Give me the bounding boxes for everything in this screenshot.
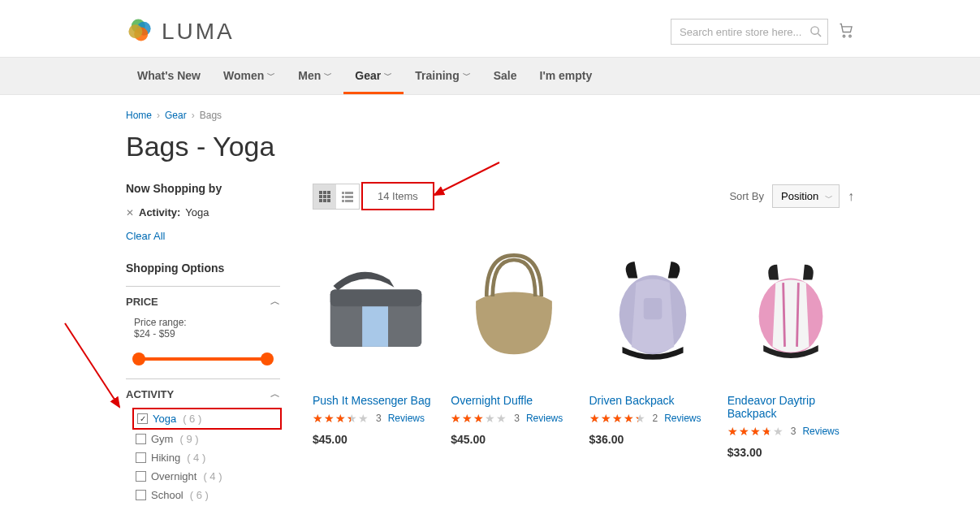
svg-rect-14	[323, 195, 326, 198]
breadcrumb-separator: ›	[157, 110, 160, 121]
price-range-label: Price range:	[134, 317, 280, 328]
brand-name: LUMA	[162, 19, 235, 45]
applied-filter: ✕ Activity: Yoga	[126, 206, 280, 218]
checkbox-icon	[136, 471, 146, 482]
view-switcher	[313, 184, 360, 210]
checkbox-icon	[136, 490, 146, 500]
svg-rect-11	[323, 191, 326, 194]
nav-item-label: Sale	[494, 69, 517, 82]
activity-filter-yoga[interactable]: Yoga( 6 )	[132, 408, 282, 430]
activity-filter-school[interactable]: School( 6 )	[134, 486, 280, 504]
search-input[interactable]	[671, 19, 828, 45]
product-card[interactable]: Push It Messenger Bag★★★★★★★★★★3Reviews$…	[313, 231, 439, 459]
review-count: 3	[514, 413, 520, 424]
filter-price: PRICE ︿ Price range: $24 - $59	[126, 286, 280, 378]
svg-point-3	[128, 24, 142, 38]
activity-filter-count: ( 6 )	[183, 413, 201, 425]
checkbox-icon	[137, 413, 148, 424]
nav-item-label: Women	[223, 69, 264, 82]
luma-logo-icon	[126, 16, 153, 47]
star-rating-icon: ★★★★★★★★★★	[589, 412, 646, 425]
product-rating: ★★★★★★★★★★3Reviews	[451, 412, 577, 425]
nav-item-label: Gear	[355, 69, 381, 82]
cart-icon[interactable]	[838, 22, 854, 41]
remove-filter-icon[interactable]: ✕	[126, 207, 134, 218]
activity-filter-gym[interactable]: Gym( 9 )	[134, 430, 280, 448]
svg-rect-17	[323, 199, 326, 202]
price-range-value: $24 - $59	[134, 328, 175, 339]
reviews-link[interactable]: Reviews	[526, 413, 563, 424]
clear-all-link[interactable]: Clear All	[126, 230, 280, 242]
price-slider[interactable]	[137, 349, 269, 369]
activity-filter-overnight[interactable]: Overnight( 4 )	[134, 467, 280, 486]
item-count: 14 Items	[361, 182, 434, 210]
logo[interactable]: LUMA	[126, 16, 235, 47]
activity-filter-hiking[interactable]: Hiking( 4 )	[134, 448, 280, 467]
nav-item-men[interactable]: Men﹀	[287, 58, 343, 94]
activity-filter-name: Yoga	[153, 413, 176, 425]
product-listing: 14 Items Sort By Position ﹀ ↑ Push It Me…	[296, 182, 854, 506]
header: LUMA	[0, 0, 980, 57]
nav-item-women[interactable]: Women﹀	[212, 58, 287, 94]
search-box	[671, 19, 828, 45]
breadcrumb-link[interactable]: Home	[126, 110, 152, 121]
applied-filter-value: Yoga	[185, 206, 209, 218]
review-count: 3	[791, 426, 797, 437]
slider-handle-min[interactable]	[132, 352, 145, 365]
product-price: $45.00	[313, 433, 439, 446]
view-grid-button[interactable]	[313, 184, 336, 209]
product-name[interactable]: Push It Messenger Bag	[313, 394, 439, 407]
filter-activity-toggle[interactable]: ACTIVITY ︿	[126, 387, 280, 401]
slider-handle-max[interactable]	[261, 352, 274, 365]
product-name[interactable]: Endeavor Daytrip Backpack	[727, 394, 854, 420]
activity-filter-name: School	[151, 489, 183, 501]
filter-price-toggle[interactable]: PRICE ︿	[126, 295, 280, 309]
svg-rect-12	[327, 191, 330, 194]
product-name[interactable]: Overnight Duffle	[451, 394, 577, 407]
filter-price-heading: PRICE	[126, 296, 158, 308]
product-image[interactable]	[727, 231, 854, 386]
nav-item-label: What's New	[137, 69, 201, 82]
chevron-up-icon: ︿	[270, 295, 280, 309]
nav-item-training[interactable]: Training﹀	[404, 58, 481, 94]
checkbox-icon	[136, 452, 146, 463]
view-list-button[interactable]	[336, 184, 359, 209]
chevron-up-icon: ︿	[270, 387, 280, 401]
page-title: Bags - Yoga	[126, 131, 854, 162]
svg-point-6	[843, 35, 845, 37]
product-image[interactable]	[451, 231, 577, 386]
price-range-text: Price range: $24 - $59	[134, 317, 280, 339]
nav-item-label: Training	[415, 69, 459, 82]
nav-item-gear[interactable]: Gear﹀	[343, 58, 404, 94]
search-icon[interactable]	[809, 25, 822, 41]
svg-rect-15	[327, 195, 330, 198]
svg-rect-18	[327, 199, 330, 202]
chevron-down-icon: ﹀	[463, 70, 471, 81]
star-rating-icon: ★★★★★★★★★★	[727, 425, 784, 438]
product-image[interactable]	[589, 231, 716, 386]
chevron-down-icon: ﹀	[384, 70, 392, 81]
nav-item-i-m-empty[interactable]: I'm empty	[529, 58, 604, 94]
product-name[interactable]: Driven Backpack	[589, 394, 716, 407]
product-card[interactable]: Endeavor Daytrip Backpack★★★★★★★★★★3Revi…	[727, 231, 854, 459]
sort-direction-button[interactable]: ↑	[848, 189, 854, 204]
svg-rect-20	[345, 192, 353, 194]
reviews-link[interactable]: Reviews	[664, 413, 701, 424]
nav-item-what-s-new[interactable]: What's New	[126, 58, 212, 94]
reviews-link[interactable]: Reviews	[802, 426, 839, 437]
reviews-link[interactable]: Reviews	[388, 413, 425, 424]
breadcrumb-link[interactable]: Gear	[165, 110, 187, 121]
product-rating: ★★★★★★★★★★3Reviews	[727, 425, 854, 438]
nav-item-sale[interactable]: Sale	[482, 58, 529, 94]
product-rating: ★★★★★★★★★★2Reviews	[589, 412, 716, 425]
product-image[interactable]	[313, 231, 439, 386]
breadcrumb-current: Bags	[200, 110, 222, 121]
sort-select[interactable]: Position	[772, 184, 840, 208]
nav-item-label: Men	[298, 69, 321, 82]
sort-by-label: Sort By	[729, 190, 764, 202]
product-card[interactable]: Driven Backpack★★★★★★★★★★2Reviews$36.00	[589, 231, 716, 459]
checkbox-icon	[136, 434, 146, 444]
svg-rect-24	[345, 200, 353, 202]
product-card[interactable]: Overnight Duffle★★★★★★★★★★3Reviews$45.00	[451, 231, 577, 459]
slider-track	[137, 357, 269, 361]
